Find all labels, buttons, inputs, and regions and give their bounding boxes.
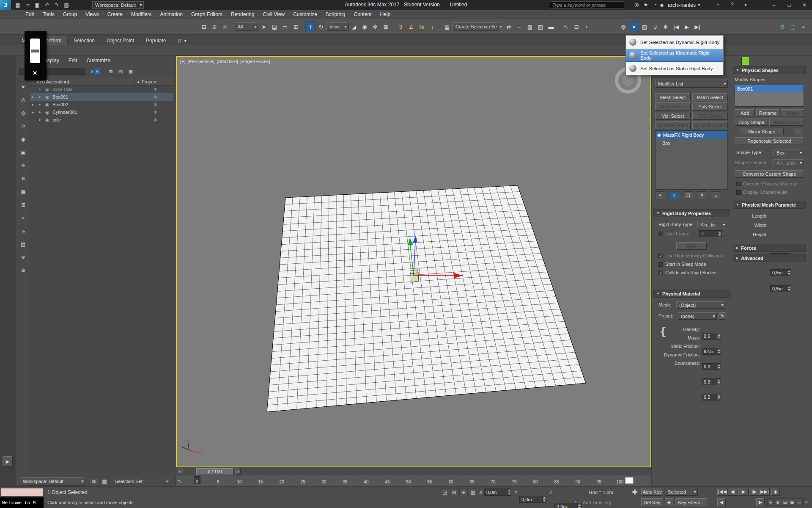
menu-civil-view[interactable]: Civil View <box>258 10 289 19</box>
shape-list-item[interactable]: Box001 <box>735 85 804 92</box>
time-slider-handle[interactable]: 0 / 100 <box>196 468 233 475</box>
visibility-eye-icon[interactable]: ◉ <box>45 110 49 115</box>
copy-shape-button[interactable]: Copy Shape <box>735 119 768 126</box>
menu-customize[interactable]: Customize <box>289 10 321 19</box>
toggle-layer-explorer-icon[interactable]: ▨ <box>535 21 546 32</box>
track-bar[interactable]: 0510152025303540455055606570758085909510… <box>176 475 651 486</box>
maximize-viewport-icon[interactable]: ◰ <box>803 498 810 506</box>
delete-shape-button[interactable]: Delete <box>781 109 804 116</box>
material-editor-icon[interactable]: ◐ <box>582 21 592 32</box>
select-and-rotate-icon[interactable]: ↻ <box>316 21 326 32</box>
filter-icon[interactable]: ▼ <box>93 68 102 75</box>
set-key-mode-icon[interactable]: ◈ <box>665 498 673 506</box>
coordinate-field-y[interactable]: 0,0m <box>519 496 546 503</box>
visibility-eye-icon[interactable]: ◉ <box>45 94 49 100</box>
until-frame-checkbox[interactable]: Until Frame: <box>658 231 691 236</box>
zoom-icon[interactable]: ⊕ <box>774 498 781 506</box>
select-and-manipulate-icon[interactable]: ✜ <box>370 21 380 32</box>
field-static-friction-spinner[interactable] <box>717 364 721 370</box>
reference-coordinate-dropdown[interactable]: View <box>326 22 348 31</box>
set-key-button[interactable]: Set Key <box>641 498 663 506</box>
display-helpers-icon[interactable]: ✛ <box>19 161 28 170</box>
explorer-select-icon[interactable]: ➤ <box>19 82 28 91</box>
menu-item-set-selected-as-static-rigid-body[interactable]: Set Selected as Static Rigid Body <box>626 62 723 75</box>
frozen-toggle-icon[interactable]: ❄ <box>154 94 157 100</box>
massfx-step-simulation-icon[interactable]: ▶| <box>692 21 702 32</box>
trackbar-mode-icon[interactable]: ∿ <box>178 478 182 484</box>
remove-modifier-icon[interactable]: ✕ <box>697 191 707 199</box>
selection-lock-icon[interactable]: ⊠ <box>450 489 458 496</box>
frozen-toggle-icon[interactable]: ❄ <box>154 87 157 92</box>
close-icon[interactable]: ✕ <box>33 70 37 76</box>
preset-picker-icon[interactable]: ✎ <box>719 312 726 320</box>
lock-explorer-icon[interactable]: ⊠ <box>107 68 115 75</box>
preset-dropdown[interactable]: (none) <box>678 312 717 320</box>
field-bounciness-spinner[interactable] <box>717 394 721 400</box>
modifier-button-ffd-select[interactable]: FFD Select <box>692 112 728 120</box>
list-item[interactable]: ●◉base-toile❄ <box>30 86 173 93</box>
minimize-button[interactable]: – <box>766 0 782 10</box>
explorer-menu-edit[interactable]: Edit <box>69 58 77 64</box>
massfx-reset-simulation-icon[interactable]: |◀ <box>671 21 681 32</box>
display-materials-icon[interactable]: ◐ <box>19 213 28 223</box>
select-and-move-icon[interactable]: ✛ <box>305 21 315 32</box>
display-xrefs-icon[interactable]: ⊞ <box>19 200 28 210</box>
expand-panel-button[interactable]: ▶ <box>3 456 13 467</box>
new-scene-icon[interactable]: ▤ <box>14 1 22 9</box>
shape-element-dropdown[interactable]: All ...ents <box>774 159 804 166</box>
3dsmax-logo[interactable]: 3 <box>0 0 11 10</box>
display-lights-icon[interactable]: ◉ <box>19 135 28 144</box>
object-color-swatch[interactable] <box>741 57 750 65</box>
visibility-eye-icon[interactable]: ◉ <box>45 87 49 92</box>
menu-content[interactable]: Content <box>350 10 376 19</box>
grid-display-icon[interactable]: ▦ <box>469 489 477 496</box>
physical-shapes-list[interactable]: Box001 <box>735 85 804 107</box>
field-bounciness[interactable]: 0,5 <box>702 394 721 400</box>
viewport-menu-plus[interactable]: [+] <box>180 59 186 64</box>
workspace-settings-icon[interactable]: ≋ <box>90 478 98 485</box>
angle-snap-icon[interactable]: ∠ <box>406 21 416 32</box>
selection-filter-dropdown[interactable]: All <box>235 22 258 31</box>
selection-region-icon[interactable]: ▭ <box>280 21 290 32</box>
percent-snap-icon[interactable]: % <box>417 21 427 32</box>
mesh-dropdown[interactable]: (Object) <box>676 301 725 309</box>
modifier-eye-icon[interactable]: ◉ <box>657 133 661 137</box>
slider-handle[interactable] <box>30 39 40 63</box>
menu-tools[interactable]: Tools <box>38 10 59 19</box>
display-groups-icon[interactable]: ▦ <box>19 187 28 196</box>
scissors-icon[interactable]: ✂ <box>715 1 722 8</box>
field-dynamic-friction[interactable]: 0,3 <box>702 378 721 385</box>
rollout-physical-shapes[interactable]: ▼Physical Shapes <box>733 66 806 74</box>
toggle-ribbon-icon[interactable]: ▬ <box>546 21 556 32</box>
checkbox-override-physical-material[interactable]: Override Physical Material <box>736 181 797 186</box>
ribbon-tab-object-paint[interactable]: Object Paint <box>101 36 140 45</box>
configure-modifier-sets-icon[interactable]: ≡ <box>711 191 721 199</box>
save-file-icon[interactable]: ▣ <box>33 1 41 9</box>
frozen-toggle-icon[interactable]: ❄ <box>154 102 157 108</box>
massfx-rigid-body-icon[interactable]: ● <box>629 21 639 32</box>
checkbox-collide-with-rigid-bodies-box[interactable]: ✓ <box>658 271 663 275</box>
align-icon[interactable]: ≡ <box>514 21 524 32</box>
checkbox-display-shaded-hulls-box[interactable] <box>736 190 741 195</box>
field-density[interactable]: 0,5 <box>702 333 721 340</box>
field-mass[interactable]: 62,5 <box>702 348 721 355</box>
visibility-eye-icon[interactable]: ◉ <box>45 117 49 123</box>
isolate-selection-icon[interactable]: ◳ <box>441 489 449 496</box>
menu-help[interactable]: Help <box>376 10 395 19</box>
list-item[interactable]: ●◉toile❄ <box>30 116 173 124</box>
auto-key-button[interactable]: Auto Key <box>641 488 663 496</box>
display-bones-icon[interactable]: ∿ <box>19 226 28 236</box>
modifier-button-surface-select[interactable]: Surface Select <box>655 121 691 129</box>
viewport-style-label[interactable]: [Standard] <box>217 59 238 64</box>
menu-scripting[interactable]: Scripting <box>321 10 350 19</box>
until-frame-field-spinner[interactable] <box>718 231 721 237</box>
workspace-dropdown[interactable]: Workspace: Default <box>92 1 144 9</box>
modifier-button-vol-select[interactable]: Vol. Select <box>655 112 691 120</box>
spinner-snap-icon[interactable]: ↕ <box>427 21 437 32</box>
menu-group[interactable]: Group <box>59 10 81 19</box>
select-and-link-icon[interactable]: ⊡ <box>199 21 209 32</box>
new-scene-explorer-icon[interactable]: ▦ <box>100 478 109 485</box>
perspective-viewport[interactable]: [+][Perspective][Standard][Edged Faces] … <box>176 56 651 467</box>
modifier-button-patch-select[interactable]: Patch Select <box>692 93 728 101</box>
field-density-spinner[interactable] <box>717 333 721 339</box>
